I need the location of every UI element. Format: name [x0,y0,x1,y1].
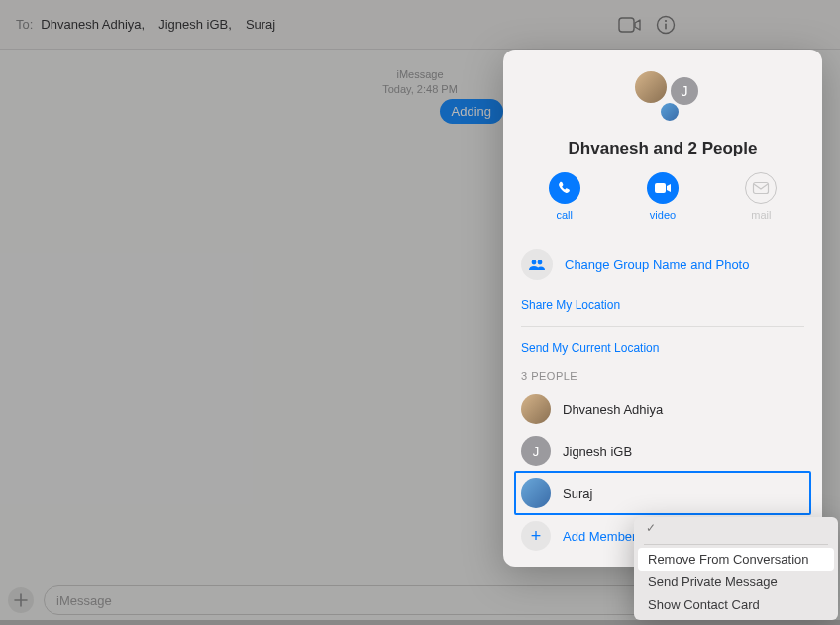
info-icon[interactable] [656,15,676,35]
person-name: Suraj [563,486,592,501]
ctx-show-contact-card[interactable]: Show Contact Card [638,593,834,616]
change-group-row[interactable]: Change Group Name and Photo [515,241,810,288]
add-member-label: Add Member [563,529,636,544]
svg-point-2 [665,19,667,21]
facetime-icon[interactable] [618,16,642,34]
apps-button[interactable] [8,587,34,613]
group-icon [521,249,553,280]
recipient-chip[interactable]: Jignesh iGB [158,17,232,32]
context-menu: ✓ Remove From Conversation Send Private … [634,517,838,620]
person-row[interactable]: Dhvanesh Adhiya [515,388,810,430]
group-title: Dhvanesh and 2 People [515,139,810,158]
avatar [521,394,551,424]
svg-point-6 [532,260,537,265]
phone-icon [549,172,580,204]
recipient-chip[interactable]: Suraj [246,17,275,32]
person-name: Dhvanesh Adhiya [563,402,663,417]
avatar [633,69,669,105]
svg-point-7 [538,260,543,265]
video-icon [647,172,679,204]
call-label: call [556,209,573,221]
plus-icon: + [521,521,551,551]
person-row-selected[interactable]: Suraj [514,471,811,515]
to-label: To: [16,17,33,32]
video-button[interactable]: video [647,172,679,221]
send-location-link[interactable]: Send My Current Location [515,331,810,365]
change-group-label: Change Group Name and Photo [565,258,749,272]
divider [521,326,804,327]
svg-rect-4 [655,183,666,193]
svg-rect-5 [754,183,769,194]
share-location-link[interactable]: Share My Location [515,288,810,322]
quick-actions-row: call video mail [515,172,810,221]
mail-icon [745,172,777,204]
header-actions [618,0,676,49]
context-menu-divider [644,544,828,545]
svg-rect-3 [665,23,667,29]
group-avatar-cluster[interactable]: J [515,65,810,125]
call-button[interactable]: call [549,172,580,221]
people-section-header: 3 PEOPLE [515,365,810,388]
avatar: J [521,436,551,466]
ctx-remove-from-conversation[interactable]: Remove From Conversation [638,548,834,571]
details-panel: J Dhvanesh and 2 People call video mail … [503,50,822,567]
person-row[interactable]: J Jignesh iGB [515,430,810,471]
context-menu-check: ✓ [638,521,834,541]
mail-button: mail [745,172,777,221]
outgoing-message-bubble[interactable]: Adding [440,99,503,124]
recipient-chip[interactable]: Dhvanesh Adhiya [41,17,145,32]
video-label: video [650,209,676,221]
avatar [659,101,681,123]
person-name: Jignesh iGB [563,444,632,459]
svg-rect-0 [619,18,634,32]
ctx-send-private-message[interactable]: Send Private Message [638,571,834,593]
bottom-shadow [0,620,840,625]
conversation-header: To: Dhvanesh Adhiya Jignesh iGB Suraj [0,0,840,50]
avatar [521,478,551,508]
mail-label: mail [751,209,771,221]
